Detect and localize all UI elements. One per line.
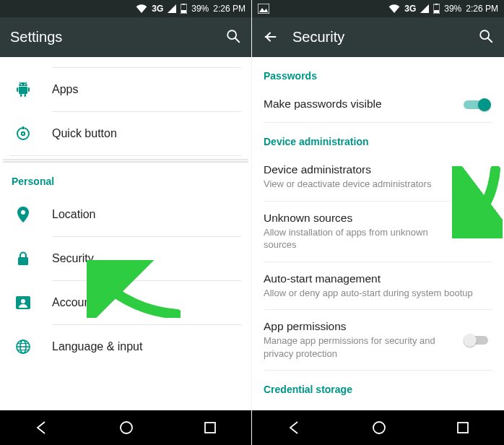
status-bar: 3G 39% 2:26 PM [252, 0, 504, 17]
section-header-device-admin: Device administration [252, 123, 504, 153]
android-icon [13, 82, 33, 98]
section-header-personal: Personal [0, 163, 251, 193]
svg-rect-18 [18, 257, 28, 265]
status-bar: 3G 39% 2:26 PM [0, 0, 251, 17]
accounts-icon [13, 296, 33, 309]
svg-rect-1 [183, 4, 185, 5]
section-header-credential: Credential storage [252, 371, 504, 401]
settings-item-label: Security [52, 252, 94, 265]
network-label: 3G [404, 4, 416, 14]
pref-device-administrators[interactable]: Device administrators View or deactivate… [252, 153, 504, 201]
location-icon [13, 207, 33, 222]
svg-rect-2 [181, 10, 186, 13]
nav-bar [252, 410, 504, 445]
settings-item-apps[interactable]: Apps [0, 68, 251, 111]
settings-item-label: Language & input [52, 340, 142, 353]
svg-rect-27 [205, 423, 215, 433]
pref-subtitle: Allow or deny app auto-start during syst… [264, 287, 491, 300]
settings-item-accounts[interactable]: Accounts [0, 281, 251, 324]
svg-rect-7 [28, 87, 30, 92]
pref-title: App permissions [264, 320, 455, 333]
settings-item-label: Apps [52, 83, 78, 96]
nav-recent-icon[interactable] [203, 420, 217, 435]
svg-rect-6 [17, 87, 18, 92]
settings-item-location[interactable]: Location [0, 193, 251, 236]
svg-point-13 [25, 84, 26, 85]
svg-line-34 [488, 38, 492, 42]
svg-point-35 [373, 422, 385, 433]
image-icon [258, 4, 269, 14]
back-button[interactable] [262, 30, 278, 46]
settings-item-security[interactable]: Security [0, 237, 251, 280]
lock-icon [13, 251, 33, 266]
pref-subtitle: Manage app permissions for security and … [264, 334, 455, 360]
pref-unknown-sources[interactable]: Unknown sources Allow installation of ap… [252, 202, 504, 262]
pref-title: Device administrators [264, 163, 491, 176]
svg-rect-8 [20, 94, 22, 97]
nav-bar [0, 410, 251, 445]
svg-rect-9 [25, 94, 27, 97]
settings-item-label: Quick button [52, 127, 117, 140]
security-settings-list: Passwords Make passwords visible Device … [252, 57, 504, 410]
page-title: Settings [10, 29, 62, 46]
pref-make-passwords-visible[interactable]: Make passwords visible [252, 87, 504, 122]
svg-point-17 [21, 210, 25, 215]
nav-back-icon[interactable] [34, 420, 50, 436]
svg-point-20 [21, 299, 25, 303]
settings-screen: 3G 39% 2:26 PM Settings Apps [0, 0, 252, 445]
pref-auto-start[interactable]: Auto-start management Allow or deny app … [252, 262, 504, 310]
clock: 2:26 PM [466, 4, 498, 14]
search-icon[interactable] [225, 28, 241, 47]
search-icon[interactable] [478, 28, 494, 47]
clock: 2:26 PM [213, 4, 246, 14]
settings-list: Apps Quick button Personal Location [0, 57, 251, 410]
battery-icon [181, 4, 187, 14]
pref-title: Make passwords visible [264, 98, 455, 111]
svg-line-11 [25, 82, 27, 85]
nav-back-icon[interactable] [287, 420, 303, 436]
globe-icon [13, 340, 33, 354]
pref-subtitle: View or deactivate device administrators [264, 178, 491, 191]
battery-icon [433, 4, 440, 14]
nav-home-icon[interactable] [118, 420, 134, 436]
svg-rect-36 [458, 423, 468, 433]
settings-item-quick-button[interactable]: Quick button [0, 112, 251, 155]
toggle-switch[interactable] [464, 333, 491, 347]
svg-point-12 [21, 84, 22, 85]
svg-rect-30 [435, 4, 438, 5]
security-screen: 3G 39% 2:26 PM Security Passwords Make p… [252, 0, 504, 445]
app-bar: Settings [0, 17, 251, 57]
nav-recent-icon[interactable] [456, 420, 470, 435]
svg-point-14 [17, 128, 29, 139]
pref-app-permissions[interactable]: App permissions Manage app permissions f… [252, 310, 504, 370]
svg-line-10 [19, 82, 21, 85]
settings-item-label: Accounts [52, 296, 100, 309]
section-header-passwords: Passwords [252, 57, 504, 87]
settings-item-label: Location [52, 208, 96, 221]
battery-percent: 39% [444, 4, 461, 14]
pref-subtitle: Allow installation of apps from unknown … [264, 226, 455, 251]
svg-rect-31 [434, 10, 439, 13]
quick-button-icon [13, 126, 33, 141]
page-title: Security [292, 29, 344, 46]
toggle-switch[interactable] [464, 224, 491, 238]
nav-home-icon[interactable] [371, 420, 387, 436]
signal-icon [420, 4, 429, 13]
svg-line-4 [235, 38, 240, 42]
svg-point-26 [121, 422, 132, 433]
battery-percent: 39% [191, 4, 209, 14]
wifi-icon [388, 4, 400, 13]
wifi-icon [136, 4, 147, 13]
pref-title: Auto-start management [264, 272, 491, 285]
app-bar: Security [252, 17, 504, 57]
svg-point-15 [22, 132, 25, 135]
svg-rect-5 [19, 87, 27, 94]
settings-item-language[interactable]: Language & input [0, 325, 251, 368]
signal-icon [168, 4, 176, 13]
network-label: 3G [152, 4, 163, 14]
pref-title: Unknown sources [264, 212, 455, 225]
toggle-switch[interactable] [464, 98, 491, 112]
